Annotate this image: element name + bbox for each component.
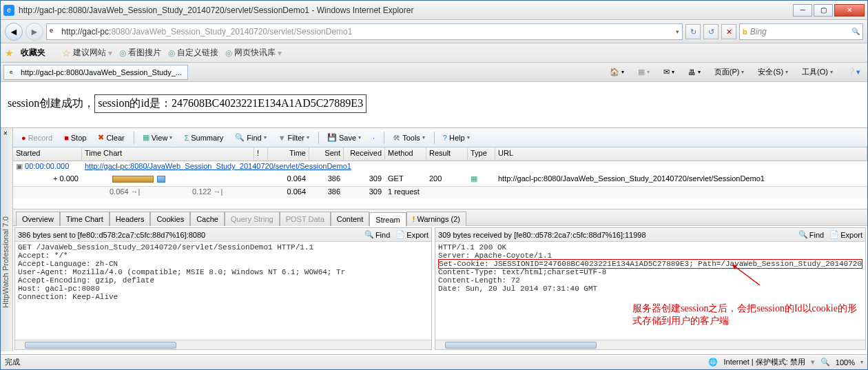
- request-grid: Started Time Chart ! Time Sent Received …: [13, 147, 867, 209]
- addr-dropdown-icon[interactable]: ▾: [676, 28, 679, 35]
- find-button[interactable]: 🔍Find: [231, 130, 271, 145]
- clear-button[interactable]: ✖Clear: [94, 130, 129, 145]
- feeds-button[interactable]: ▦ ▾: [634, 65, 654, 79]
- col-time[interactable]: Time: [268, 147, 309, 161]
- back-button[interactable]: ◄: [5, 23, 23, 41]
- ie-icon: e: [3, 5, 14, 16]
- session-id-box: session的id是：247608BC4023221E134A1AD5C278…: [94, 94, 366, 113]
- fav-link-custom[interactable]: ◎自定义链接: [168, 47, 218, 59]
- bing-icon: b: [743, 28, 747, 36]
- page-content: session创建成功，session的id是：247608BC4023221E…: [1, 82, 867, 127]
- refresh-button[interactable]: ↻: [685, 24, 701, 39]
- tab-postdata[interactable]: POST Data: [280, 212, 331, 226]
- forward-button[interactable]: ►: [25, 23, 43, 41]
- req-scrollbar[interactable]: [15, 340, 431, 349]
- export-icon-button[interactable]: ·: [369, 130, 380, 145]
- summary-button[interactable]: ΣSummary: [180, 130, 228, 145]
- filter-button[interactable]: ▼Filter: [274, 130, 314, 145]
- save-hw-button[interactable]: 💾Save: [323, 130, 366, 145]
- httpwatch-panel: × HttpWatch Professional 7.0 ●Record ■St…: [1, 127, 867, 351]
- tab-timechart[interactable]: Time Chart: [60, 212, 110, 226]
- col-type[interactable]: Type: [468, 147, 495, 161]
- nav-toolbar: ◄ ► e http://gacl-pc:8080/JavaWeb_Sessio…: [1, 20, 867, 43]
- zoom-dropdown[interactable]: ▾: [860, 359, 863, 365]
- col-started[interactable]: Started: [13, 147, 82, 161]
- refresh-alt-button[interactable]: ↺: [703, 24, 719, 39]
- annotation-arrow-icon: [729, 261, 763, 291]
- col-result[interactable]: Result: [426, 147, 468, 161]
- col-sent[interactable]: Sent: [309, 147, 344, 161]
- page-tab[interactable]: e http://gacl-pc:8080/JavaWeb_Session_St…: [3, 65, 188, 80]
- panel-close-icon[interactable]: ×: [3, 130, 8, 137]
- tab-overview[interactable]: Overview: [16, 212, 60, 226]
- view-button[interactable]: ▦View: [138, 130, 178, 145]
- summary-row: 0.064 →|0.122 →| 0.064 386 309 1 request: [13, 186, 867, 198]
- req-find-button[interactable]: 🔍 Find: [364, 230, 390, 239]
- search-box[interactable]: b Bing 🔍: [739, 23, 863, 40]
- minimize-button[interactable]: ─: [793, 4, 812, 17]
- stop-hw-button[interactable]: ■Stop: [60, 130, 91, 145]
- page-menu[interactable]: 页面(P): [710, 65, 749, 79]
- tab-favicon: e: [10, 68, 18, 76]
- safety-menu[interactable]: 安全(S): [754, 65, 792, 79]
- request-panel: 386 bytes sent to [fe80::d578:2ca7:c5fc:…: [14, 227, 432, 350]
- url-port: 8080: [111, 27, 130, 37]
- mail-button[interactable]: ✉ ▾: [659, 65, 679, 79]
- request-panel-title: 386 bytes sent to [fe80::d578:2ca7:c5fc:…: [18, 231, 205, 239]
- tab-warnings[interactable]: Warnings (2): [406, 212, 466, 226]
- tab-title: http://gacl-pc:8080/JavaWeb_Session_Stud…: [21, 68, 182, 76]
- type-icon: ▦: [471, 174, 477, 183]
- col-recv[interactable]: Received: [344, 147, 385, 161]
- fav-link-suggest[interactable]: ☆建议网站 ▾: [62, 47, 112, 59]
- help-hw-button[interactable]: ?Help: [439, 130, 475, 145]
- page-icon: e: [50, 27, 59, 37]
- response-panel: 309 bytes received by [fe80::d578:2ca7:c…: [435, 227, 866, 350]
- tab-stream[interactable]: Stream: [369, 212, 406, 227]
- tools-menu[interactable]: 工具(O): [798, 65, 837, 79]
- status-bar: 完成 🌐 Internet | 保护模式: 禁用 ▾ 🔍 100% ▾: [1, 354, 867, 369]
- response-panel-title: 309 bytes received by [fe80::d578:2ca7:c…: [438, 231, 646, 239]
- res-find-button[interactable]: 🔍 Find: [798, 230, 824, 239]
- tab-querystring[interactable]: Query String: [225, 212, 280, 226]
- fav-link-feed[interactable]: ◎网页快讯库 ▾: [225, 47, 282, 59]
- status-text: 完成: [5, 357, 20, 367]
- home-button[interactable]: 🏠 ▾: [606, 65, 628, 79]
- tab-cookies[interactable]: Cookies: [150, 212, 190, 226]
- group-row[interactable]: ▣ 00:00:00.000 http://gacl-pc:8080/JavaW…: [13, 161, 867, 174]
- url-prefix: http://gacl-pc:: [61, 27, 111, 37]
- fav-link-image[interactable]: ◎看图搜片: [119, 47, 161, 59]
- zoom-icon[interactable]: 🔍: [820, 358, 830, 367]
- tab-headers[interactable]: Headers: [110, 212, 151, 226]
- col-ex[interactable]: !: [254, 147, 268, 161]
- res-export-button[interactable]: 📄 Export: [829, 230, 862, 239]
- tab-cache[interactable]: Cache: [190, 212, 225, 226]
- httpwatch-toolbar: ●Record ■Stop ✖Clear ▦View ΣSummary 🔍Fin…: [13, 128, 867, 147]
- favorites-label[interactable]: 收藏夹: [21, 47, 45, 59]
- request-body[interactable]: GET /JavaWeb_Session_Study_20140720/serv…: [15, 242, 431, 340]
- print-button[interactable]: 🖶 ▾: [684, 65, 705, 79]
- help-button[interactable]: ❔▾: [843, 65, 865, 79]
- set-cookie-highlight: Set-Cookie: JSESSIONID=247608BC4023221E1…: [438, 259, 862, 269]
- response-body[interactable]: HTTP/1.1 200 OK Server: Apache-Coyote/1.…: [435, 242, 865, 340]
- tools-hw-button[interactable]: 🛠Tools: [389, 130, 430, 145]
- col-method[interactable]: Method: [385, 147, 426, 161]
- close-button[interactable]: ✕: [834, 4, 865, 17]
- search-icon[interactable]: 🔍: [851, 28, 860, 35]
- maximize-button[interactable]: ▢: [814, 4, 833, 17]
- tab-content[interactable]: Content: [331, 212, 370, 226]
- globe-icon: 🌐: [708, 358, 718, 367]
- zone-label: Internet | 保护模式: 禁用: [723, 357, 805, 367]
- stop-button[interactable]: ✕: [721, 24, 736, 39]
- protected-mode-icon[interactable]: ▾: [811, 358, 815, 367]
- annotation-text: 服务器创建session之后，会把session的Id以cookie的形式存储到…: [632, 302, 860, 327]
- request-row[interactable]: + 0.000 0.064 386 309 GET 200 ▦ http://g…: [13, 174, 867, 186]
- content-prefix: session创建成功，: [8, 97, 94, 109]
- col-url[interactable]: URL: [495, 147, 867, 161]
- col-timechart[interactable]: Time Chart: [82, 147, 254, 161]
- req-export-button[interactable]: 📄 Export: [395, 230, 428, 239]
- url-path: /JavaWeb_Session_Study_20140720/servlet/…: [130, 27, 352, 37]
- favorites-star-icon[interactable]: ★: [5, 48, 14, 59]
- address-bar[interactable]: e http://gacl-pc:8080/JavaWeb_Session_St…: [46, 23, 683, 40]
- res-scrollbar[interactable]: [435, 340, 865, 349]
- record-button[interactable]: ●Record: [17, 130, 57, 145]
